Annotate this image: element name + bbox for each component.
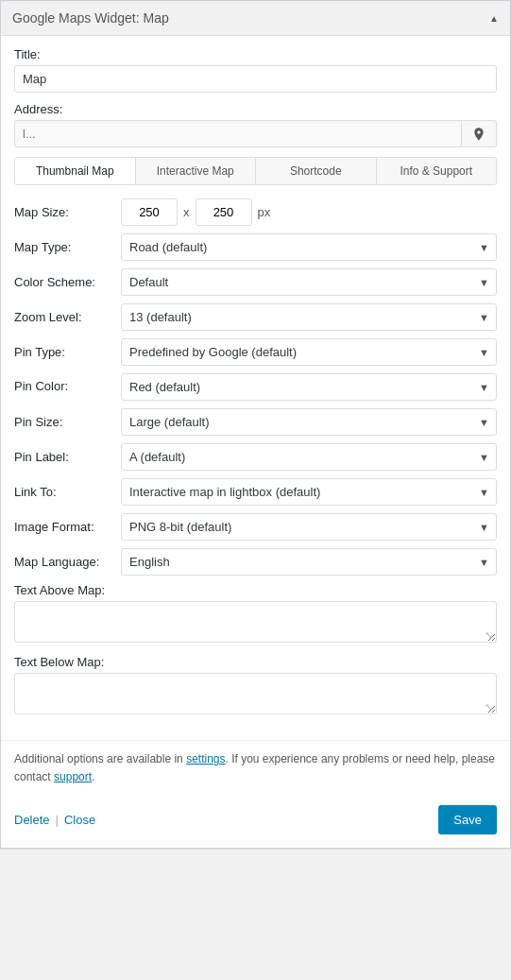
footer-links: Delete | Close — [14, 813, 95, 827]
widget-header[interactable]: Google Maps Widget: Map ▲ — [1, 1, 510, 36]
text-below-row: Text Below Map: ⤡ — [14, 655, 497, 717]
map-size-control: x px — [121, 198, 497, 226]
pin-label-control: A (default) B C None ▼ — [121, 443, 497, 471]
title-label: Title: — [14, 47, 497, 61]
text-below-label: Text Below Map: — [14, 655, 497, 669]
text-above-label: Text Above Map: — [14, 583, 497, 597]
pin-label-label: Pin Label: — [14, 450, 113, 464]
link-to-select[interactable]: Interactive map in lightbox (default) No… — [121, 478, 497, 506]
map-type-label: Map Type: — [14, 240, 113, 254]
color-scheme-control: Default Light Dark ▼ — [121, 268, 497, 296]
settings-grid: Map Size: x px Map Type: Road (default) — [14, 198, 497, 717]
image-format-select[interactable]: PNG 8-bit (default) JPG — [121, 513, 497, 541]
map-width-input[interactable] — [121, 198, 178, 226]
text-above-input[interactable] — [14, 601, 497, 643]
pin-color-label: Pin Color: — [14, 373, 113, 393]
link-to-label: Link To: — [14, 485, 113, 499]
map-size-inputs: x px — [121, 198, 497, 226]
pin-color-select[interactable]: Red (default) Blue Green Yellow — [121, 373, 497, 401]
color-scheme-select[interactable]: Default Light Dark — [121, 268, 497, 296]
map-type-select[interactable]: Road (default) Satellite Hybrid Terrain — [121, 233, 497, 261]
location-icon — [471, 127, 486, 142]
text-below-input[interactable] — [14, 673, 497, 714]
tab-thumbnail-map[interactable]: Thumbnail Map — [15, 158, 136, 184]
link-to-control: Interactive map in lightbox (default) No… — [121, 478, 497, 506]
map-language-control: English Spanish French German ▼ — [121, 548, 497, 576]
address-field-row: Address: — [14, 102, 497, 147]
settings-link[interactable]: settings — [186, 752, 225, 765]
map-language-row: Map Language: English Spanish French Ger… — [14, 548, 497, 576]
pin-label-select[interactable]: A (default) B C None — [121, 443, 497, 471]
map-language-select[interactable]: English Spanish French German — [121, 548, 497, 576]
pin-size-control: Large (default) Medium Small ▼ — [121, 408, 497, 436]
pin-type-label: Pin Type: — [14, 345, 113, 359]
address-input-row — [14, 120, 497, 147]
footer-separator: | — [56, 813, 59, 827]
zoom-level-control: 13 (default) 1 5 10 15 20 ▼ — [121, 303, 497, 331]
size-px-label: px — [258, 205, 271, 219]
tabs-row: Thumbnail Map Interactive Map Shortcode … — [14, 157, 497, 185]
pin-size-select[interactable]: Large (default) Medium Small — [121, 408, 497, 436]
address-locate-button[interactable] — [461, 120, 497, 147]
footer-note-text-3: . — [92, 770, 94, 783]
pin-type-select[interactable]: Predefined by Google (default) Custom — [121, 338, 497, 366]
link-to-row: Link To: Interactive map in lightbox (de… — [14, 478, 497, 506]
collapse-icon[interactable]: ▲ — [489, 13, 499, 24]
tab-info-support[interactable]: Info & Support — [377, 158, 497, 184]
widget-title-main: Google Maps Widget: — [12, 10, 140, 26]
pin-label-row: Pin Label: A (default) B C None ▼ — [14, 443, 497, 471]
title-input[interactable] — [14, 65, 497, 93]
footer-note-text-1: Additional options are available in — [14, 752, 186, 765]
color-scheme-label: Color Scheme: — [14, 275, 113, 289]
map-type-row: Map Type: Road (default) Satellite Hybri… — [14, 233, 497, 261]
zoom-level-row: Zoom Level: 13 (default) 1 5 10 15 20 ▼ — [14, 303, 497, 331]
title-field-row: Title: — [14, 47, 497, 93]
pin-type-control: Predefined by Google (default) Custom ▼ — [121, 338, 497, 366]
text-above-wrap: ⤡ — [14, 601, 497, 645]
image-format-control: PNG 8-bit (default) JPG ▼ — [121, 513, 497, 541]
map-language-label: Map Language: — [14, 555, 113, 569]
close-link[interactable]: Close — [64, 813, 95, 827]
pin-size-row: Pin Size: Large (default) Medium Small ▼ — [14, 408, 497, 436]
pin-type-row: Pin Type: Predefined by Google (default)… — [14, 338, 497, 366]
tab-shortcode[interactable]: Shortcode — [256, 158, 377, 184]
map-type-control: Road (default) Satellite Hybrid Terrain … — [121, 233, 497, 261]
widget-container: Google Maps Widget: Map ▲ Title: Address… — [0, 0, 511, 849]
image-format-label: Image Format: — [14, 520, 113, 534]
widget-title-sub: Map — [144, 10, 169, 26]
widget-body: Title: Address: Thumbnail Map Interactiv… — [1, 36, 510, 740]
image-format-row: Image Format: PNG 8-bit (default) JPG ▼ — [14, 513, 497, 541]
address-label: Address: — [14, 102, 497, 116]
text-below-wrap: ⤡ — [14, 673, 497, 717]
support-link[interactable]: support — [54, 770, 92, 783]
size-x-separator: x — [183, 205, 190, 219]
zoom-level-select[interactable]: 13 (default) 1 5 10 15 20 — [121, 303, 497, 331]
delete-link[interactable]: Delete — [14, 813, 50, 827]
footer-note: Additional options are available in sett… — [1, 740, 510, 796]
pin-color-row: Pin Color: Red (default) Blue Green Yell… — [14, 373, 497, 401]
pin-size-label: Pin Size: — [14, 415, 113, 429]
map-height-input[interactable] — [196, 198, 252, 226]
footer-actions: Delete | Close Save — [1, 796, 510, 848]
map-size-row: Map Size: x px — [14, 198, 497, 226]
color-scheme-row: Color Scheme: Default Light Dark ▼ — [14, 268, 497, 296]
save-button[interactable]: Save — [438, 805, 497, 834]
text-above-row: Text Above Map: ⤡ — [14, 583, 497, 645]
address-input[interactable] — [14, 120, 461, 147]
zoom-level-label: Zoom Level: — [14, 310, 113, 324]
widget-title: Google Maps Widget: Map — [12, 10, 169, 26]
map-size-label: Map Size: — [14, 205, 113, 219]
tab-interactive-map[interactable]: Interactive Map — [136, 158, 257, 184]
pin-color-control: Red (default) Blue Green Yellow ▼ — [121, 373, 497, 401]
